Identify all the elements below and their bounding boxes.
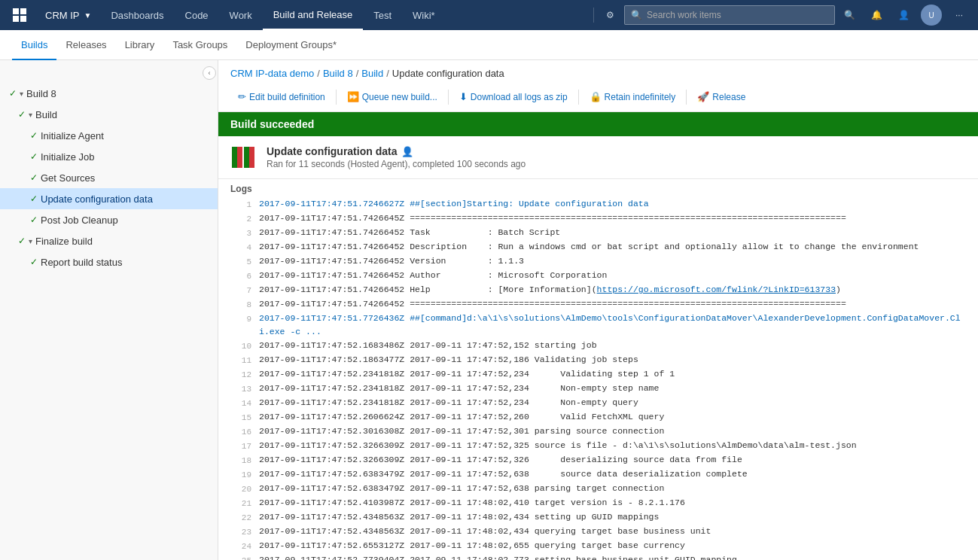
tree-item-init-job[interactable]: ✓ Initialize Job bbox=[0, 146, 218, 167]
log-text: 2017-09-11T17:47:51.74266452 Author : Mi… bbox=[259, 269, 966, 282]
toolbar-divider2 bbox=[448, 90, 449, 105]
log-text: 2017-09-11T17:47:51.74266452 Task : Batc… bbox=[259, 226, 966, 239]
tree-item-build8[interactable]: ✓ ▾ Build 8 bbox=[0, 83, 218, 104]
log-text: 2017-09-11T17:47:52.1683486Z 2017-09-11 … bbox=[259, 339, 966, 352]
more-btn[interactable]: ··· bbox=[946, 2, 972, 28]
check-icon: ✓ bbox=[30, 257, 38, 267]
log-line: 172017-09-11T17:47:52.3266309Z 2017-09-1… bbox=[218, 439, 978, 453]
app-logo[interactable] bbox=[6, 0, 33, 30]
tree-item-update-config[interactable]: ✓ Update configuration data bbox=[0, 188, 218, 209]
tree-label: Build 8 bbox=[26, 88, 56, 99]
line-number: 1 bbox=[230, 197, 251, 212]
line-number: 9 bbox=[230, 312, 251, 326]
edit-build-def-label: Edit build definition bbox=[249, 92, 325, 102]
tree-item-report-status[interactable]: ✓ Report build status bbox=[0, 251, 218, 272]
download-logs-btn[interactable]: ⬇ Download all logs as zip bbox=[452, 88, 575, 105]
breadcrumb-build8[interactable]: Build 8 bbox=[323, 68, 353, 79]
tree-item-get-sources[interactable]: ✓ Get Sources bbox=[0, 167, 218, 188]
log-text: 2017-09-11T17:47:52.4348563Z 2017-09-11 … bbox=[259, 510, 966, 524]
nav-build-release[interactable]: Build and Release bbox=[263, 0, 364, 30]
nav-work[interactable]: Work bbox=[219, 0, 263, 30]
collapse-btn[interactable]: ‹ bbox=[203, 66, 216, 80]
user-icon: 👤 bbox=[401, 146, 413, 157]
nav-test[interactable]: Test bbox=[363, 0, 402, 30]
log-text: 2017-09-11T17:47:52.1863477Z 2017-09-11 … bbox=[259, 353, 966, 367]
edit-build-def-btn[interactable]: ✏ Edit build definition bbox=[230, 88, 333, 105]
toolbar: ✏ Edit build definition ⏩ Queue new buil… bbox=[218, 84, 978, 112]
main-layout: ‹ ✓ ▾ Build 8 ✓ ▾ Build ✓ Initialize Age… bbox=[0, 60, 978, 560]
nav-dashboards[interactable]: Dashboards bbox=[100, 0, 174, 30]
retain-indefinitely-btn[interactable]: 🔒 Retain indefinitely bbox=[582, 88, 684, 105]
breadcrumb-sep2: / bbox=[356, 68, 359, 79]
release-icon: 🚀 bbox=[697, 91, 709, 102]
tree-item-finalize[interactable]: ✓ ▾ Finalize build bbox=[0, 230, 218, 251]
logs-content[interactable]: 12017-09-11T17:47:51.7246627Z ##[section… bbox=[218, 197, 978, 560]
check-icon: ✓ bbox=[30, 215, 38, 225]
left-panel: ‹ ✓ ▾ Build 8 ✓ ▾ Build ✓ Initialize Age… bbox=[0, 60, 218, 560]
check-icon: ✓ bbox=[30, 130, 38, 141]
svg-rect-0 bbox=[13, 8, 19, 14]
tab-builds[interactable]: Builds bbox=[12, 30, 56, 60]
log-text: 2017-09-11T17:47:52.3266309Z 2017-09-11 … bbox=[259, 439, 966, 452]
line-number: 24 bbox=[230, 539, 251, 553]
tree-label: Report build status bbox=[41, 257, 122, 268]
arrow-down-icon: ▾ bbox=[29, 111, 32, 119]
build-banner: Build succeeded bbox=[218, 112, 978, 136]
log-text: 2017-09-11T17:47:51.74266452 Version : 1… bbox=[259, 254, 966, 268]
breadcrumb: CRM IP-data demo / Build 8 / Build / Upd… bbox=[218, 60, 978, 84]
build-title: Update configuration data 👤 bbox=[267, 145, 966, 157]
breadcrumb-build[interactable]: Build bbox=[361, 68, 383, 79]
log-line: 162017-09-11T17:47:52.3016308Z 2017-09-1… bbox=[218, 425, 978, 439]
log-line: 212017-09-11T17:47:52.4103987Z 2017-09-1… bbox=[218, 496, 978, 510]
build-banner-text: Build succeeded bbox=[230, 118, 314, 130]
line-number: 2 bbox=[230, 212, 251, 226]
tree-item-init-agent[interactable]: ✓ Initialize Agent bbox=[0, 125, 218, 146]
line-number: 10 bbox=[230, 339, 251, 353]
log-link[interactable]: https://go.microsoft.com/fwlink/?LinkID=… bbox=[597, 285, 836, 294]
log-line: 22017-09-11T17:47:51.7426645Z ==========… bbox=[218, 212, 978, 226]
build-info-text: Update configuration data 👤 Ran for 11 s… bbox=[267, 145, 966, 169]
tab-deployment-groups[interactable]: Deployment Groups* bbox=[236, 30, 346, 60]
line-number: 22 bbox=[230, 510, 251, 525]
log-line: 32017-09-11T17:47:51.74266452 Task : Bat… bbox=[218, 226, 978, 240]
log-line: 82017-09-11T17:47:51.74266452 ==========… bbox=[218, 297, 978, 312]
tree-item-build[interactable]: ✓ ▾ Build bbox=[0, 104, 218, 125]
ellipsis-icon: ··· bbox=[955, 10, 963, 20]
download-icon: ⬇ bbox=[459, 91, 468, 102]
tree-label: Initialize Job bbox=[41, 151, 95, 163]
queue-new-build-label: Queue new build... bbox=[362, 92, 437, 102]
tab-releases[interactable]: Releases bbox=[56, 30, 115, 60]
search-box[interactable]: 🔍 Search work items bbox=[624, 5, 835, 25]
log-text: 2017-09-11T17:47:52.4103987Z 2017-09-11 … bbox=[259, 496, 966, 510]
settings-btn[interactable]: ⚙ bbox=[597, 2, 623, 28]
svg-rect-7 bbox=[244, 147, 249, 168]
search-btn2[interactable]: 🔍 bbox=[836, 2, 862, 28]
profile-btn[interactable]: 👤 bbox=[891, 2, 916, 28]
log-text: 2017-09-11T17:47:52.6383479Z 2017-09-11 … bbox=[259, 482, 966, 495]
tree-label: Get Sources bbox=[41, 172, 95, 184]
user-avatar[interactable]: U bbox=[921, 5, 942, 26]
log-text: 2017-09-11T17:47:52.2341818Z 2017-09-11 … bbox=[259, 396, 966, 409]
tree-item-post-cleanup[interactable]: ✓ Post Job Cleanup bbox=[0, 209, 218, 230]
breadcrumb-org[interactable]: CRM IP-data demo bbox=[230, 68, 314, 79]
tree-label: Finalize build bbox=[35, 236, 93, 247]
log-line: 202017-09-11T17:47:52.6383479Z 2017-09-1… bbox=[218, 482, 978, 496]
nav-wiki[interactable]: Wiki* bbox=[402, 0, 446, 30]
log-line: 182017-09-11T17:47:52.3266309Z 2017-09-1… bbox=[218, 453, 978, 467]
nav-code[interactable]: Code bbox=[175, 0, 219, 30]
breadcrumb-sep1: / bbox=[317, 68, 320, 79]
line-number: 11 bbox=[230, 353, 251, 367]
org-selector[interactable]: CRM IP ▼ bbox=[36, 0, 100, 30]
log-line: 12017-09-11T17:47:51.7246627Z ##[section… bbox=[218, 197, 978, 212]
release-btn[interactable]: 🚀 Release bbox=[690, 88, 753, 105]
log-line: 232017-09-11T17:47:52.4348563Z 2017-09-1… bbox=[218, 525, 978, 539]
nav-right: ⚙ 🔍 Search work items 🔍 🔔 👤 U ··· bbox=[597, 0, 972, 30]
check-icon: ✓ bbox=[30, 193, 38, 204]
line-number: 5 bbox=[230, 254, 251, 269]
tab-task-groups[interactable]: Task Groups bbox=[163, 30, 236, 60]
notifications-btn[interactable]: 🔔 bbox=[864, 2, 889, 28]
tab-library[interactable]: Library bbox=[116, 30, 164, 60]
log-text: 2017-09-11T17:47:52.3016308Z 2017-09-11 … bbox=[259, 425, 966, 438]
tree-label: Build bbox=[35, 109, 57, 120]
queue-new-build-btn[interactable]: ⏩ Queue new build... bbox=[340, 88, 445, 105]
